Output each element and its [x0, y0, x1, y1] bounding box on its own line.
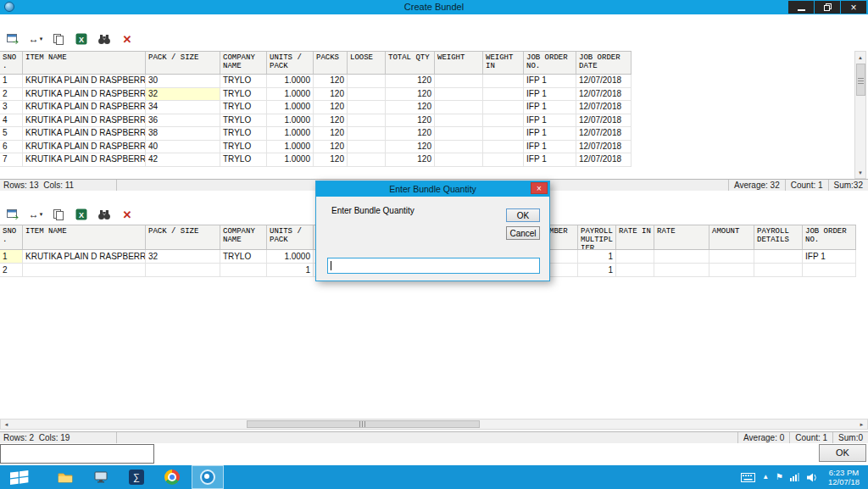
cell[interactable]: 1.0000	[267, 101, 314, 114]
bottom-grid-horizontal-scrollbar[interactable]: ◄ ►	[0, 419, 868, 430]
column-header-units-pack[interactable]: UNITS / PACK	[267, 225, 314, 249]
cell[interactable]	[483, 127, 524, 141]
scroll-left-icon[interactable]: ◄	[1, 420, 12, 429]
cell[interactable]	[483, 114, 524, 128]
cell[interactable]: TRYLO	[220, 88, 267, 102]
cell[interactable]: 1.0000	[267, 141, 314, 154]
cell[interactable]: 12/07/2018	[576, 153, 632, 167]
cell[interactable]: KRUTIKA PLAIN D RASPBERRY	[23, 114, 146, 128]
cell[interactable]	[483, 88, 524, 102]
cell[interactable]	[435, 153, 483, 167]
cell[interactable]: KRUTIKA PLAIN D RASPBERRY	[23, 127, 146, 141]
cell[interactable]	[23, 264, 146, 277]
cell[interactable]	[220, 264, 267, 277]
cell[interactable]: 32	[146, 88, 220, 102]
cell[interactable]	[654, 250, 709, 264]
quantity-input[interactable]	[327, 258, 540, 274]
cell[interactable]	[483, 141, 524, 154]
cell[interactable]	[754, 250, 803, 264]
cell[interactable]: TRYLO	[220, 114, 267, 128]
cell[interactable]	[146, 264, 220, 277]
dialog-ok-button[interactable]: OK	[506, 208, 540, 222]
cell[interactable]: IFP 1	[524, 75, 576, 88]
cell[interactable]	[435, 127, 483, 141]
cell[interactable]: 38	[146, 127, 220, 141]
volume-icon[interactable]	[807, 473, 818, 482]
cell[interactable]	[435, 141, 483, 154]
dialog-close-button[interactable]: ×	[531, 182, 548, 194]
cell[interactable]: 1.0000	[267, 250, 314, 264]
window-titlebar[interactable]: Create Bundel ×	[0, 0, 868, 14]
cell[interactable]: 12/07/2018	[576, 88, 632, 102]
taskbar-item-chrome[interactable]	[156, 465, 188, 489]
cell[interactable]	[348, 127, 386, 141]
minimize-button[interactable]	[788, 1, 814, 14]
cell[interactable]	[709, 264, 754, 277]
cell[interactable]: 120	[386, 127, 435, 141]
cell[interactable]: 1.0000	[267, 88, 314, 102]
restore-button[interactable]	[815, 1, 840, 14]
column-header-loose[interactable]: LOOSE	[348, 52, 386, 74]
taskbar-item-file-explorer[interactable]	[49, 465, 81, 489]
excel-icon[interactable]: X	[74, 32, 89, 47]
cell[interactable]	[754, 264, 803, 277]
bottom-text-input[interactable]	[0, 444, 154, 464]
column-header-total-qty[interactable]: TOTAL QTY	[386, 52, 435, 74]
column-header-packs[interactable]: PACKS	[314, 52, 348, 74]
horizontal-scroll-thumb[interactable]	[247, 420, 480, 428]
cell[interactable]	[348, 114, 386, 128]
cell[interactable]: 1	[267, 264, 314, 277]
cell[interactable]: 120	[314, 75, 348, 88]
flag-icon[interactable]: ⚑	[776, 472, 783, 482]
cell[interactable]: 1	[0, 75, 23, 88]
cell[interactable]: IFP 1	[524, 114, 576, 128]
column-header-company-name[interactable]: COMPANY NAME	[220, 225, 267, 249]
cell[interactable]	[483, 153, 524, 167]
column-header-item-name[interactable]: ITEM NAME	[23, 52, 146, 74]
cell[interactable]	[709, 250, 754, 264]
taskbar-item-computer[interactable]	[85, 465, 117, 489]
cell[interactable]: 12/07/2018	[576, 114, 632, 128]
cell[interactable]	[547, 264, 578, 277]
cell[interactable]: 34	[146, 101, 220, 114]
cell[interactable]: 12/07/2018	[576, 127, 632, 141]
cell[interactable]: 1.0000	[267, 75, 314, 88]
cell[interactable]	[483, 75, 524, 88]
cell[interactable]: 120	[386, 88, 435, 102]
column-header-sno[interactable]: SNO.	[0, 52, 23, 74]
chevron-up-icon[interactable]: ▲	[762, 472, 769, 482]
cell[interactable]: 120	[314, 88, 348, 102]
cell[interactable]	[348, 141, 386, 154]
cell[interactable]: IFP 1	[524, 101, 576, 114]
cell[interactable]	[348, 88, 386, 102]
cell[interactable]: KRUTIKA PLAIN D RASPBERRY	[23, 75, 146, 88]
cell[interactable]: KRUTIKA PLAIN D RASPBERRY	[23, 153, 146, 167]
find-icon[interactable]	[97, 208, 112, 222]
start-button[interactable]	[0, 465, 39, 489]
cell[interactable]: IFP 1	[803, 250, 856, 264]
cell[interactable]	[435, 114, 483, 128]
cell[interactable]	[435, 101, 483, 114]
cell[interactable]: 1.0000	[267, 114, 314, 128]
cell[interactable]: 120	[386, 153, 435, 167]
column-header-rate[interactable]: RATE	[654, 225, 709, 249]
cell[interactable]: 2	[0, 264, 23, 277]
column-header-job-order-no[interactable]: JOB ORDER NO.	[524, 52, 576, 74]
taskbar-clock[interactable]: 6:23 PM 12/07/18	[828, 468, 863, 486]
column-header-rate-in[interactable]: RATE IN	[616, 225, 654, 249]
column-header-units-pack[interactable]: UNITS / PACK	[267, 52, 314, 74]
cell[interactable]	[483, 101, 524, 114]
cell[interactable]: TRYLO	[220, 141, 267, 154]
export-icon[interactable]	[5, 32, 20, 47]
column-header-pack-size[interactable]: PACK / SIZE	[146, 52, 220, 74]
cell[interactable]: 7	[0, 153, 23, 167]
cell[interactable]: 2	[0, 88, 23, 102]
cell[interactable]: 120	[314, 141, 348, 154]
cell[interactable]	[654, 264, 709, 277]
cell[interactable]: 12/07/2018	[576, 75, 632, 88]
cell[interactable]	[348, 153, 386, 167]
cell[interactable]: 120	[314, 127, 348, 141]
cell[interactable]: 12/07/2018	[576, 101, 632, 114]
cell[interactable]	[348, 101, 386, 114]
column-width-icon[interactable]: ↔▾	[28, 32, 43, 47]
